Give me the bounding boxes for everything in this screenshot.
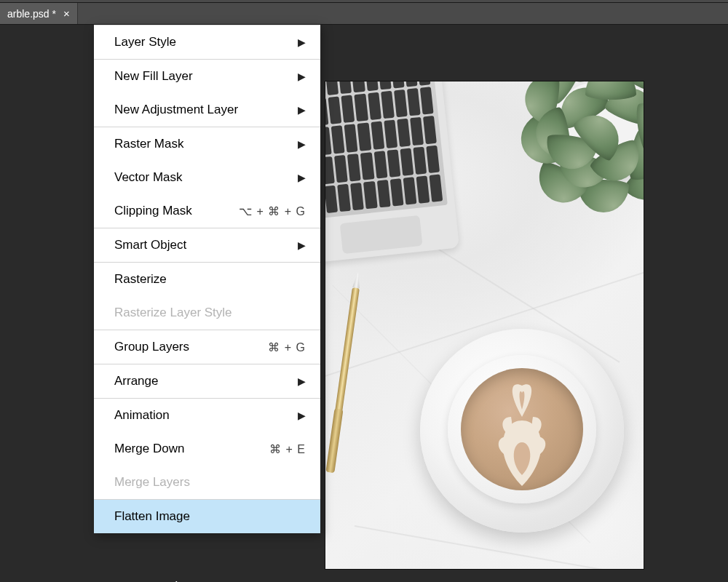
menu-item-label: Group Layers [114,340,268,354]
canvas-object-laptop [325,81,459,263]
menu-item-label: Smart Object [114,238,283,252]
keyboard-key [426,145,440,173]
menu-item-vector-mask[interactable]: Vector Mask▶ [94,161,320,194]
keyboard-key [325,156,335,184]
keyboard-key [371,121,384,150]
menu-item-smart-object[interactable]: Smart Object▶ [94,228,320,262]
menu-item-label: Flatten Image [114,509,306,524]
menu-item-layer-style[interactable]: Layer Style▶ [94,25,320,59]
menu-item-flatten-image[interactable]: Flatten Image [94,500,320,533]
keyboard-key [378,81,392,90]
keyboard-key [384,120,397,148]
menu-item-rasterize-layer-style: Rasterize Layer Style [94,296,320,330]
menu-item-label: Clipping Mask [114,204,239,218]
submenu-arrow-icon: ▶ [298,36,306,48]
keyboard-key [381,91,395,119]
menu-item-arrange[interactable]: Arrange▶ [94,364,320,398]
laptop-trackpad [340,215,423,254]
menu-item-shortcut: ⌘ + G [268,340,306,354]
keyboard-key [337,184,351,212]
menu-item-merge-down[interactable]: Merge Down⌘ + E [94,432,320,466]
keyboard-key [403,177,416,205]
submenu-arrow-icon: ▶ [298,71,306,82]
submenu-arrow-icon: ▶ [298,104,306,116]
menu-item-animation[interactable]: Animation▶ [94,399,320,432]
keyboard-key [325,185,338,213]
keyboard-key [404,81,418,87]
menu-item-label: Animation [114,408,283,423]
menu-item-label: Merge Down [114,442,269,456]
keyboard-key [328,97,342,125]
submenu-arrow-icon: ▶ [298,410,306,421]
menu-item-label: Merge Layers [114,475,306,490]
document-canvas[interactable] [325,81,644,569]
document-tab-label: arble.psd * [7,8,56,20]
menu-item-shortcut: ⌘ + E [269,442,306,456]
document-tabbar: arble.psd * × [0,3,728,25]
plant-leaf [585,81,636,100]
canvas-object-coffee [461,368,583,490]
keyboard-key [410,117,424,146]
submenu-arrow-icon: ▶ [298,239,306,251]
menu-item-label: Rasterize Layer Style [114,306,306,320]
keyboard-key [325,81,339,95]
keyboard-key [389,178,403,207]
menu-item-label: New Adjustment Layer [114,103,283,117]
keyboard-key [376,180,390,208]
keyboard-key [352,81,365,92]
keyboard-key [365,81,379,92]
menu-item-shortcut: ⌥ + ⌘ + G [239,204,306,218]
document-tab[interactable]: arble.psd * × [0,3,78,24]
close-tab-icon[interactable]: × [60,7,70,20]
keyboard-key [420,87,434,115]
layer-menu-dropdown[interactable]: Layer Style▶New Fill Layer▶New Adjustmen… [94,25,320,533]
keyboard-key [400,148,414,176]
menu-item-merge-layers: Merge Layers [94,466,320,499]
menu-item-clipping-mask[interactable]: Clipping Mask⌥ + ⌘ + G [94,194,320,228]
workspace: Layer Style▶New Fill Layer▶New Adjustmen… [0,25,728,582]
keyboard-key [350,183,364,211]
keyboard-key [368,92,381,121]
canvas-object-plant [505,81,644,227]
submenu-arrow-icon: ▶ [298,375,306,387]
keyboard-key [413,146,427,175]
menu-item-new-adjustment-layer[interactable]: New Adjustment Layer▶ [94,93,320,127]
keyboard-key [357,123,371,151]
keyboard-key [416,175,430,204]
keyboard-key [429,174,443,202]
laptop-keyboard [325,81,448,219]
submenu-arrow-icon: ▶ [298,172,306,183]
keyboard-key [355,94,368,122]
keyboard-key [423,116,437,144]
menu-item-rasterize[interactable]: Rasterize [94,263,320,296]
keyboard-key [387,149,400,178]
menu-item-label: Vector Mask [114,170,283,185]
keyboard-key [360,152,374,180]
menu-item-label: Rasterize [114,272,306,287]
keyboard-key [407,88,421,116]
latte-art-icon [478,377,566,486]
keyboard-key [417,81,431,86]
menu-item-raster-mask[interactable]: Raster Mask▶ [94,127,320,161]
menu-item-label: Layer Style [114,35,283,49]
keyboard-key [325,127,332,155]
keyboard-key [334,155,348,183]
keyboard-key [339,81,352,94]
keyboard-key [394,89,408,118]
menu-item-label: New Fill Layer [114,69,283,84]
keyboard-key [344,124,358,153]
keyboard-key [397,119,411,147]
keyboard-key [391,81,405,89]
menu-item-label: Arrange [114,374,283,388]
keyboard-key [363,181,377,210]
submenu-arrow-icon: ▶ [298,138,306,150]
menu-item-label: Raster Mask [114,137,283,151]
keyboard-key [341,95,355,124]
keyboard-key [347,154,361,182]
menu-item-new-fill-layer[interactable]: New Fill Layer▶ [94,60,320,93]
keyboard-key [373,151,387,179]
keyboard-key [331,126,345,154]
menu-item-group-layers[interactable]: Group Layers⌘ + G [94,330,320,364]
